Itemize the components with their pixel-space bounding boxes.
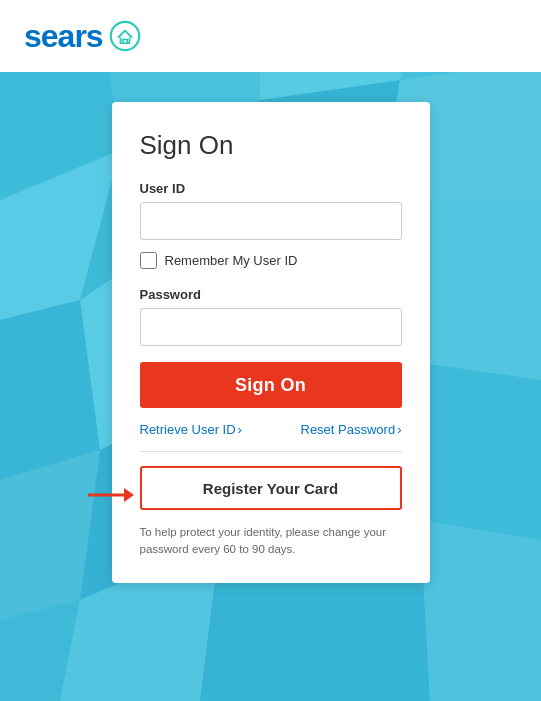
help-text: To help protect your identity, please ch… [140, 524, 402, 559]
password-input[interactable] [140, 308, 402, 346]
register-card-button[interactable]: Register Your Card [140, 466, 402, 510]
links-row: Retrieve User ID › Reset Password › [140, 422, 402, 452]
user-id-label: User ID [140, 181, 402, 196]
remember-checkbox[interactable] [140, 252, 157, 269]
chevron-right-icon-2: › [397, 422, 401, 437]
reset-password-link[interactable]: Reset Password › [301, 422, 402, 437]
retrieve-user-id-link[interactable]: Retrieve User ID › [140, 422, 242, 437]
sign-on-button[interactable]: Sign On [140, 362, 402, 408]
main-area: Sign On User ID Remember My User ID Pass… [0, 72, 541, 701]
card-title: Sign On [140, 130, 402, 161]
svg-point-21 [110, 22, 138, 50]
header: sears [0, 0, 541, 72]
password-label: Password [140, 287, 402, 302]
arrow-indicator [88, 483, 134, 507]
chevron-right-icon: › [238, 422, 242, 437]
remember-label: Remember My User ID [165, 253, 298, 268]
user-id-input[interactable] [140, 202, 402, 240]
register-area: Register Your Card [140, 466, 402, 524]
sears-logo: sears [24, 18, 141, 55]
sears-wordmark: sears [24, 18, 103, 55]
svg-marker-23 [124, 488, 134, 502]
sears-home-icon [109, 20, 141, 52]
remember-row: Remember My User ID [140, 252, 402, 269]
sign-on-card: Sign On User ID Remember My User ID Pass… [112, 102, 430, 583]
